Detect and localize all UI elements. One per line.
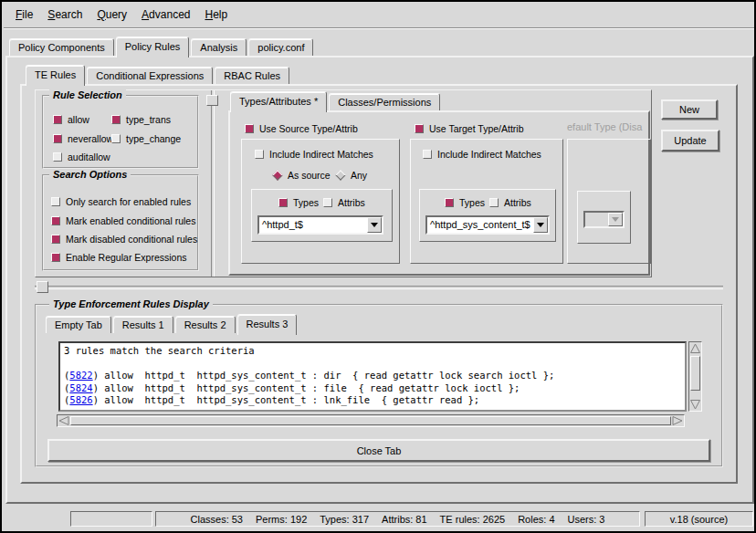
rule-line: (5822) allow httpd_t httpd_sys_content_t… xyxy=(64,370,681,382)
left-arrow-icon[interactable] xyxy=(58,416,69,425)
source-type-combobox[interactable]: ^httpd_t$ xyxy=(257,215,383,235)
tab-classes-permissions[interactable]: Classes/Permissions xyxy=(329,93,440,110)
menu-query[interactable]: Query xyxy=(93,8,131,21)
checkbox-label: type_change xyxy=(126,133,181,144)
tab-policy-components[interactable]: Policy Components xyxy=(9,38,114,56)
checkbox-indicator xyxy=(423,150,432,159)
tab-policy-conf[interactable]: policy.conf xyxy=(248,38,313,56)
checkbox-target-types[interactable]: Types xyxy=(445,197,485,208)
checkbox-target-attribs[interactable]: Attribs xyxy=(489,197,531,208)
right-arrow-icon[interactable] xyxy=(672,416,683,425)
tab-rbac-rules[interactable]: RBAC Rules xyxy=(215,67,289,84)
status-stat: Attribs: 81 xyxy=(382,514,427,525)
checkbox-indicator xyxy=(415,124,424,133)
default-type-dropdown-button xyxy=(608,213,623,226)
up-arrow-icon[interactable] xyxy=(690,343,700,354)
checkbox-neverallow[interactable]: neverallow xyxy=(53,133,113,144)
dropdown-arrow-icon xyxy=(371,223,378,227)
target-type-dropdown-button[interactable] xyxy=(533,217,548,233)
checkbox-label: Use Source Type/Attrib xyxy=(259,123,358,134)
status-stat: Classes: 53 xyxy=(191,514,243,525)
checkbox-indicator xyxy=(53,152,62,162)
checkbox-use-source-type[interactable]: Use Source Type/Attrib xyxy=(245,123,358,134)
vertical-sash-handle[interactable] xyxy=(206,95,218,106)
checkbox-allow[interactable]: allow xyxy=(53,114,89,125)
radio-label: Any xyxy=(351,170,367,181)
checkbox-indicator xyxy=(51,216,60,225)
results-text-area[interactable]: 3 rules match the search criteria (5822)… xyxy=(58,341,687,412)
rule-line: (5824) allow httpd_t httpd_sys_content_t… xyxy=(64,382,681,395)
checkbox-label: Only search for enabled rules xyxy=(66,196,191,207)
checkbox-mark-disabled-conditional[interactable]: Mark disabled conditional rules xyxy=(51,234,197,245)
target-type-value[interactable]: ^httpd_sys_content_t$ xyxy=(427,217,533,233)
horizontal-scrollbar[interactable] xyxy=(57,414,685,427)
tab-types-attributes[interactable]: Types/Attributes * xyxy=(230,91,327,112)
vertical-scrollbar-thumb[interactable] xyxy=(690,356,700,391)
policy-version: v.18 (source) xyxy=(670,514,728,525)
default-type-label: efault Type (Disa xyxy=(567,121,649,132)
checkbox-label: Enable Regular Expressions xyxy=(66,252,187,263)
horizontal-sash-handle[interactable] xyxy=(37,281,48,293)
tab-analysis[interactable]: Analysis xyxy=(191,38,247,56)
checkbox-enabled-rules-only[interactable]: Only search for enabled rules xyxy=(51,196,191,207)
status-stat: Types: 317 xyxy=(320,514,369,525)
checkbox-mark-enabled-conditional[interactable]: Mark enabled conditional rules xyxy=(51,215,195,226)
checkbox-enable-regex[interactable]: Enable Regular Expressions xyxy=(51,252,187,263)
tab-conditional-expressions[interactable]: Conditional Expressions xyxy=(87,67,213,84)
tab-results-3[interactable]: Results 3 xyxy=(237,314,298,335)
radio-label: As source xyxy=(288,170,331,181)
checkbox-type-trans[interactable]: type_trans xyxy=(111,114,171,125)
checkbox-indicator xyxy=(489,198,499,207)
tab-te-rules[interactable]: TE Rules xyxy=(26,65,85,86)
search-options-title: Search Options xyxy=(49,169,131,180)
menu-advanced[interactable]: Advanced xyxy=(138,8,194,21)
tab-empty-tab[interactable]: Empty Tab xyxy=(46,316,111,333)
rule-id-link[interactable]: 5826 xyxy=(69,394,92,405)
target-type-combobox[interactable]: ^httpd_sys_content_t$ xyxy=(425,215,550,235)
checkbox-source-types[interactable]: Types xyxy=(278,197,319,208)
checkbox-indicator xyxy=(111,115,121,124)
checkbox-indicator xyxy=(51,235,60,244)
checkbox-label: Attribs xyxy=(338,197,365,208)
status-stat: Roles: 4 xyxy=(518,514,554,525)
rule-line: (5826) allow httpd_t httpd_sys_content_t… xyxy=(64,394,681,407)
checkbox-source-attribs[interactable]: Attribs xyxy=(323,197,365,208)
rule-id-link[interactable]: 5824 xyxy=(69,382,92,393)
checkbox-label: Include Indirect Matches xyxy=(269,149,373,160)
source-type-dropdown-button[interactable] xyxy=(367,217,382,233)
checkbox-label: type_trans xyxy=(126,114,171,125)
checkbox-type-change[interactable]: type_change xyxy=(111,133,181,144)
checkbox-indicator xyxy=(53,115,62,124)
rule-selection-title: Rule Selection xyxy=(49,89,126,100)
checkbox-label: Use Target Type/Attrib xyxy=(429,123,524,134)
rule-id-link[interactable]: 5822 xyxy=(69,370,92,381)
tab-results-1[interactable]: Results 1 xyxy=(113,316,173,333)
checkbox-label: Mark enabled conditional rules xyxy=(66,215,195,226)
radio-as-source[interactable]: As source xyxy=(273,170,331,181)
checkbox-target-include-indirect[interactable]: Include Indirect Matches xyxy=(423,149,541,160)
rule-text: ) allow httpd_t httpd_sys_content_t : di… xyxy=(93,370,555,381)
tab-results-2[interactable]: Results 2 xyxy=(175,316,236,333)
results-summary: 3 rules match the search criteria xyxy=(64,345,681,358)
vertical-scrollbar[interactable] xyxy=(688,341,702,412)
checkbox-source-include-indirect[interactable]: Include Indirect Matches xyxy=(255,149,373,160)
status-stat: TE rules: 2625 xyxy=(440,514,506,525)
close-tab-button[interactable]: Close Tab xyxy=(47,439,710,462)
menu-help[interactable]: Help xyxy=(201,8,231,21)
menu-search[interactable]: Search xyxy=(44,8,86,21)
new-button[interactable]: New xyxy=(661,99,718,120)
tab-policy-rules[interactable]: Policy Rules xyxy=(116,37,190,57)
radio-any[interactable]: Any xyxy=(336,170,367,181)
update-button[interactable]: Update xyxy=(661,130,719,152)
checkbox-indicator xyxy=(51,253,60,262)
checkbox-use-target-type[interactable]: Use Target Type/Attrib xyxy=(415,123,524,134)
horizontal-scrollbar-thumb[interactable] xyxy=(70,416,671,425)
down-arrow-icon[interactable] xyxy=(690,399,700,410)
checkbox-indicator xyxy=(245,124,254,133)
dropdown-arrow-icon xyxy=(612,217,619,222)
checkbox-auditallow[interactable]: auditallow xyxy=(53,152,110,162)
checkbox-label: auditallow xyxy=(68,152,110,162)
checkbox-indicator xyxy=(111,134,121,143)
source-type-value[interactable]: ^httpd_t$ xyxy=(259,217,367,233)
menu-file[interactable]: File xyxy=(12,8,37,21)
